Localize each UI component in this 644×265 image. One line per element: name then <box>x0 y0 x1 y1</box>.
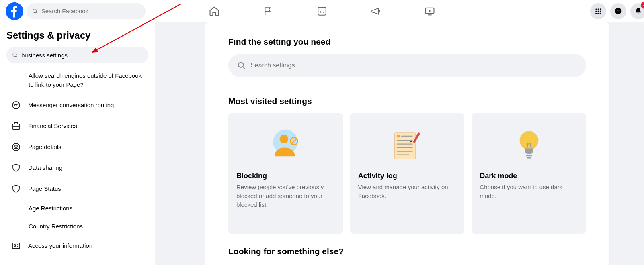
facebook-icon <box>6 2 23 20</box>
main-settings-search[interactable] <box>228 54 586 77</box>
sidebar-item-label: Allow search engines outside of Facebook… <box>29 71 144 89</box>
flag-icon <box>263 6 273 16</box>
main-content: Find the setting you need Most visited s… <box>155 22 644 265</box>
svg-point-16 <box>595 12 597 14</box>
svg-point-11 <box>598 8 599 10</box>
svg-point-13 <box>595 10 597 12</box>
tab-ads[interactable] <box>367 2 385 20</box>
dark-mode-illustration <box>480 122 578 170</box>
person-icon <box>10 142 22 152</box>
sidebar-item-financial[interactable]: Financial Services <box>6 116 148 137</box>
sidebar: Settings & privacy Allow search engines … <box>0 22 155 265</box>
top-nav: 4 <box>0 0 644 22</box>
activity-log-illustration <box>358 122 457 170</box>
notification-badge: 4 <box>641 2 644 9</box>
svg-rect-26 <box>12 243 20 249</box>
search-icon <box>32 8 38 14</box>
tile-desc: Choose if you want to use dark mode. <box>480 183 578 200</box>
looking-title: Looking for something else? <box>228 247 586 256</box>
page-title: Settings & privacy <box>6 30 148 41</box>
global-search-input[interactable] <box>41 8 140 14</box>
svg-point-27 <box>14 245 16 246</box>
sidebar-item-messenger-routing[interactable]: Messenger conversation routing <box>6 95 148 116</box>
svg-point-17 <box>598 12 599 14</box>
sidebar-item-label: Age Restrictions <box>29 205 72 212</box>
tab-home[interactable] <box>205 2 224 20</box>
search-icon <box>12 52 18 58</box>
svg-point-46 <box>519 131 538 150</box>
sidebar-list: Allow search engines outside of Facebook… <box>6 66 148 256</box>
grid-icon <box>595 8 602 15</box>
blocking-illustration <box>236 122 335 170</box>
sidebar-item-search-engine[interactable]: Allow search engines outside of Facebook… <box>6 66 148 95</box>
tab-pages[interactable] <box>259 2 277 20</box>
sidebar-item-age-restrictions[interactable]: Age Restrictions <box>6 199 148 217</box>
sidebar-item-label: Financial Services <box>28 122 77 129</box>
svg-point-33 <box>280 135 289 143</box>
global-search[interactable] <box>27 3 146 19</box>
shield-icon <box>10 163 22 173</box>
tile-activity-log[interactable]: Activity log View and manage your activi… <box>350 113 465 234</box>
settings-card: Find the setting you need Most visited s… <box>205 22 609 265</box>
svg-point-12 <box>600 8 601 10</box>
tile-title: Blocking <box>236 172 335 180</box>
briefcase-icon <box>10 121 22 131</box>
sidebar-item-label: Access your information <box>28 242 92 249</box>
messenger-icon <box>10 100 22 110</box>
find-setting-title: Find the setting you need <box>228 37 586 47</box>
sidebar-item-label: Messenger conversation routing <box>28 102 114 108</box>
svg-point-37 <box>397 135 400 137</box>
sidebar-item-page-status[interactable]: Page Status <box>6 178 148 199</box>
svg-line-20 <box>16 56 17 57</box>
sidebar-item-label: Page details <box>28 143 62 150</box>
tiles-row: Blocking Review people you've previously… <box>228 113 586 234</box>
shield-icon <box>10 184 22 194</box>
svg-point-14 <box>598 10 599 12</box>
svg-line-3 <box>36 12 37 13</box>
facebook-logo[interactable] <box>6 2 23 20</box>
tile-title: Dark mode <box>480 172 578 180</box>
megaphone-icon <box>371 6 381 16</box>
menu-button[interactable] <box>590 3 606 19</box>
sidebar-item-label: Data sharing <box>28 164 62 171</box>
tile-dark-mode[interactable]: Dark mode Choose if you want to use dark… <box>472 113 586 234</box>
svg-point-25 <box>15 145 17 147</box>
settings-search[interactable] <box>6 47 148 63</box>
top-center-tabs <box>205 2 439 20</box>
sidebar-item-label: Country Restrictions <box>29 223 83 230</box>
svg-point-18 <box>600 12 601 14</box>
bell-icon <box>634 7 642 15</box>
id-card-icon <box>10 241 22 251</box>
search-icon <box>237 61 246 70</box>
sidebar-item-label: Page Status <box>28 185 61 192</box>
notifications-button[interactable]: 4 <box>630 3 644 19</box>
tile-blocking[interactable]: Blocking Review people you've previously… <box>228 113 343 234</box>
tile-desc: View and manage your activity on Faceboo… <box>358 183 457 200</box>
most-visited-title: Most visited settings <box>228 96 586 106</box>
sidebar-item-page-details[interactable]: Page details <box>6 137 148 157</box>
messenger-button[interactable] <box>610 3 626 19</box>
svg-line-31 <box>243 67 244 69</box>
tile-title: Activity log <box>358 172 457 180</box>
svg-point-2 <box>33 9 37 12</box>
home-icon <box>209 6 220 17</box>
main-settings-search-input[interactable] <box>250 62 577 69</box>
messenger-icon <box>614 7 622 15</box>
sidebar-item-country-restrictions[interactable]: Country Restrictions <box>6 217 148 235</box>
sidebar-item-data-sharing[interactable]: Data sharing <box>6 157 148 178</box>
settings-search-input[interactable] <box>21 52 143 59</box>
top-right-controls: 4 <box>590 3 638 19</box>
tile-desc: Review people you've previously blocked … <box>236 183 335 209</box>
chart-icon <box>317 6 327 16</box>
svg-point-30 <box>238 63 243 67</box>
svg-point-19 <box>13 53 16 56</box>
svg-point-10 <box>595 8 597 10</box>
tab-insights[interactable] <box>313 2 331 20</box>
tab-video[interactable] <box>420 2 439 20</box>
video-icon <box>424 6 435 17</box>
sidebar-item-access-info[interactable]: Access your information <box>6 235 148 256</box>
svg-point-15 <box>600 10 601 12</box>
